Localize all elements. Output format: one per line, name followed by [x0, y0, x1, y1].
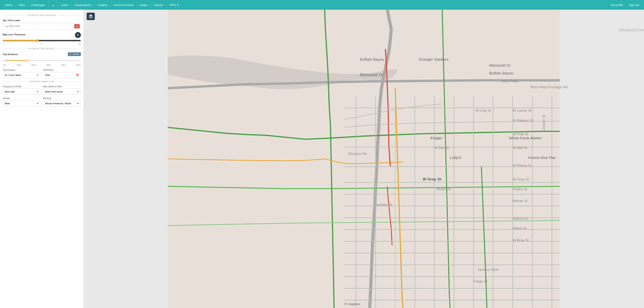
svg-text:Bomar St: Bomar St	[513, 199, 528, 203]
trip-purpose-timeframe-row: Trip Purpose To / From Work Commute Leis…	[2, 69, 81, 78]
nav-right-links: My profile Sign out	[608, 2, 642, 8]
zip-search-button[interactable]: •••	[74, 24, 80, 28]
distance-track	[2, 60, 81, 61]
gender-label: Gender	[2, 97, 41, 100]
timeframe-label: Timeframe	[43, 69, 81, 71]
nav-pages[interactable]: Pages	[137, 2, 150, 8]
sidebar: FILTER BY TRIP LOCATION Zip / Post code:…	[0, 10, 84, 308]
nav-emoji-badge[interactable]: 🏅	[49, 2, 58, 8]
trip-purpose-label: Trip Purpose	[2, 69, 41, 71]
gender-select[interactable]: Male Female Non-binary Prefer not to say	[2, 100, 41, 106]
svg-text:Allen Pkwy: Allen Pkwy	[501, 79, 518, 83]
dist-10km: 10km	[16, 64, 22, 66]
thickness-row: Map Line Thickness 5	[2, 32, 81, 38]
filter-trip-details-label: FILTER BY TRIP DETAILS	[29, 48, 55, 50]
trip-distance-group: Trip Distance 2 - 15 km 1km 10km 20km 30…	[2, 52, 81, 66]
svg-text:Rich Pkwy-Frontage Rd: Rich Pkwy-Frontage Rd	[530, 85, 568, 89]
timeframe-input[interactable]	[43, 72, 81, 78]
distance-fill	[5, 60, 26, 61]
dist-40km: 40km	[61, 64, 66, 66]
thickness-mid: 5	[40, 43, 42, 45]
svg-text:Crocker St: Crocker St	[542, 114, 546, 131]
svg-text:Luby's: Luby's	[450, 155, 461, 160]
zip-form-group: Zip / Post code: •••	[2, 19, 81, 29]
nav-exports[interactable]: Exports	[151, 2, 166, 8]
ethnicity-label: Ethnicity	[43, 97, 81, 100]
zip-input[interactable]	[2, 23, 81, 29]
ethnicity-select[interactable]: African American / Black White Hispanic …	[43, 100, 81, 106]
svg-text:W Gray St: W Gray St	[422, 177, 441, 181]
main-mode-select[interactable]: Work from home Car Public Transport Walk…	[43, 89, 81, 95]
zip-input-wrapper: •••	[2, 23, 81, 29]
trip-distance-label: Trip Distance	[2, 53, 18, 56]
svg-text:Khumo Khai Thai: Khumo Khai Thai	[528, 156, 555, 160]
distance-thumb-right[interactable]	[26, 59, 29, 62]
svg-text:W Bell St: W Bell St	[434, 146, 449, 150]
nav-other[interactable]: Other ▾	[167, 2, 181, 8]
svg-text:Peden St: Peden St	[513, 187, 528, 191]
nav-insights[interactable]: Insights	[95, 2, 110, 8]
nav-announcements[interactable]: Announcements	[111, 2, 136, 8]
svg-text:W Lamar St: W Lamar St	[513, 109, 532, 112]
thickness-slider[interactable]	[2, 39, 81, 42]
svg-text:W Polk St: W Polk St	[513, 132, 528, 136]
svg-text:W Pierce St: W Pierce St	[513, 164, 532, 168]
svg-text:Buffalo Bayou: Buffalo Bayou	[489, 71, 514, 75]
filter-trip-location-divider: FILTER BY TRIP LOCATION	[2, 14, 81, 16]
main-mode-group: Main Mode to Work Work from home Car Pub…	[43, 85, 81, 95]
map-svg: Memorial Dr Buffalo Bayou Granger Stadiu…	[84, 10, 644, 308]
svg-text:W Bakkas St: W Bakkas St	[513, 118, 533, 122]
svg-text:W Bray St: W Bray St	[513, 238, 529, 242]
nav-sites[interactable]: Sites	[16, 2, 28, 8]
svg-text:W Bell St: W Bell St	[513, 146, 528, 150]
svg-rect-0	[168, 10, 560, 308]
frequency-label: Frequency of Rider	[2, 85, 41, 88]
nav-admin[interactable]: Admin	[2, 2, 16, 8]
layers-icon	[88, 14, 93, 19]
nav-divider-1	[16, 2, 16, 8]
dist-20km: 20km	[31, 64, 36, 66]
svg-text:Welsh St: Welsh St	[513, 226, 527, 230]
zip-label: Zip / Post code:	[2, 19, 81, 22]
nav-challenges[interactable]: Challenges	[29, 2, 48, 8]
svg-text:W Clay St: W Clay St	[476, 109, 491, 112]
filter-rider-type-label: FILTER BY RIDER TYPE	[29, 80, 54, 83]
svg-text:Glenwood Cemetery: Glenwood Cemetery	[618, 28, 644, 32]
nav-organizations[interactable]: Organizations	[72, 2, 94, 8]
thickness-min: 1	[2, 43, 4, 45]
filter-trip-details-divider: FILTER BY TRIP DETAILS	[2, 48, 81, 50]
distance-labels: 1km 10km 20km 30km 40km 50km	[2, 64, 81, 66]
svg-text:Diemma Rd: Diemma Rd	[348, 152, 367, 156]
map-layers-button[interactable]	[87, 13, 95, 20]
frequency-group: Frequency of Rider New rider Occasional …	[2, 85, 41, 95]
thickness-slider-labels: 1 5 10	[2, 43, 81, 45]
trip-distance-header: Trip Distance 2 - 15 km	[2, 52, 81, 56]
dist-1km: 1km	[2, 64, 6, 66]
frequency-mainmode-row: Frequency of Rider New rider Occasional …	[2, 85, 81, 95]
top-navigation: Admin Sites Challenges 🏅 Users Organizat…	[0, 0, 644, 10]
frequency-select[interactable]: New rider Occasional Regular Frequent	[2, 89, 41, 95]
svg-text:Jackson Blvd: Jackson Blvd	[478, 268, 498, 271]
filter-trip-location-label: FILTER BY TRIP LOCATION	[28, 14, 56, 16]
gender-group: Gender Male Female Non-binary Prefer not…	[2, 97, 41, 106]
nav-users[interactable]: Users	[58, 2, 71, 8]
ethnicity-group: Ethnicity African American / Black White…	[43, 97, 81, 106]
nav-divider-5	[71, 2, 72, 8]
trip-purpose-group: Trip Purpose To / From Work Commute Leis…	[2, 69, 41, 78]
distance-thumb-left[interactable]	[5, 59, 8, 62]
map-area: Memorial Dr Buffalo Bayou Granger Stadiu…	[84, 10, 644, 308]
distance-slider-wrapper[interactable]	[2, 58, 81, 63]
distance-badge: 2 - 15 km	[68, 52, 81, 56]
svg-text:Kroger: Kroger	[430, 136, 442, 140]
gender-ethnicity-row: Gender Male Female Non-binary Prefer not…	[2, 97, 81, 106]
svg-text:Whole Foods Market: Whole Foods Market	[509, 136, 542, 140]
nav-my-profile[interactable]: My profile	[608, 2, 626, 8]
dist-50km: 50km	[76, 64, 81, 66]
nav-divider-4	[58, 2, 58, 8]
svg-text:Willard St: Willard St	[513, 217, 528, 220]
svg-text:Memorial Dr: Memorial Dr	[360, 72, 383, 77]
trip-purpose-select[interactable]: To / From Work Commute Leisure Other	[2, 72, 41, 78]
svg-text:W Gray St: W Gray St	[513, 177, 529, 181]
main-layout: FILTER BY TRIP LOCATION Zip / Post code:…	[0, 10, 644, 308]
nav-sign-out[interactable]: Sign out	[626, 2, 642, 8]
